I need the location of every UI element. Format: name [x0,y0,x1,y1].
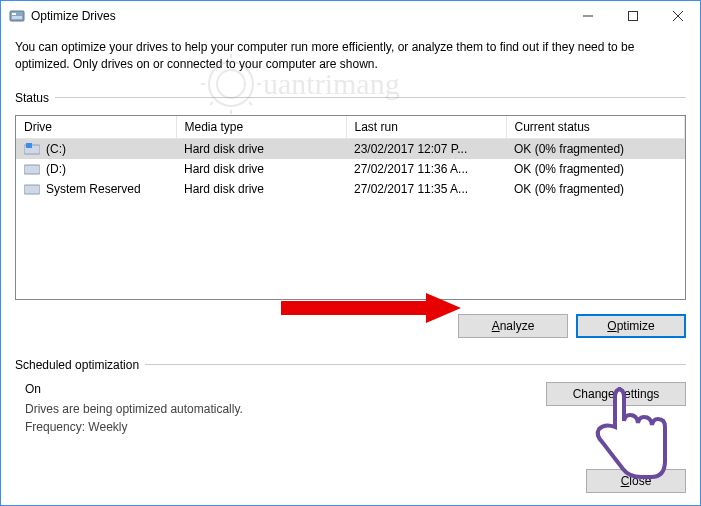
drive-icon [24,183,40,195]
table-row[interactable]: (D:)Hard disk drive27/02/2017 11:36 A...… [16,159,685,179]
drive-media: Hard disk drive [176,138,346,159]
drive-status: OK (0% fragmented) [506,179,685,199]
svg-rect-1 [12,13,16,15]
maximize-button[interactable] [610,1,655,31]
drive-lastrun: 27/02/2017 11:36 A... [346,159,506,179]
app-icon [9,8,25,24]
col-media[interactable]: Media type [176,116,346,139]
svg-rect-10 [24,185,40,194]
drive-lastrun: 27/02/2017 11:35 A... [346,179,506,199]
close-button[interactable] [655,1,700,31]
drive-name: System Reserved [46,182,141,196]
analyze-button[interactable]: Analyze [458,314,568,338]
change-settings-button[interactable]: Change settings [546,382,686,406]
scheduled-section-label: Scheduled optimization [15,358,686,372]
drive-lastrun: 23/02/2017 12:07 P... [346,138,506,159]
table-row[interactable]: (C:)Hard disk drive23/02/2017 12:07 P...… [16,138,685,159]
close-dialog-button[interactable]: Close [586,469,686,493]
drive-status: OK (0% fragmented) [506,138,685,159]
titlebar: Optimize Drives [1,1,700,31]
drive-name: (C:) [46,142,66,156]
drive-table[interactable]: Drive Media type Last run Current status… [15,115,686,300]
svg-rect-4 [628,12,637,21]
col-status[interactable]: Current status [506,116,685,139]
drive-status: OK (0% fragmented) [506,159,685,179]
minimize-button[interactable] [565,1,610,31]
scheduled-state: On [25,382,546,396]
svg-rect-2 [12,16,22,19]
window-controls [565,1,700,31]
action-button-row: Analyze Optimize [15,314,686,338]
col-drive[interactable]: Drive [16,116,176,139]
scheduled-line1: Drives are being optimized automatically… [25,402,546,416]
drive-icon [24,143,40,155]
svg-rect-9 [24,165,40,174]
status-section-label: Status [15,91,686,105]
drive-icon [24,163,40,175]
table-header-row: Drive Media type Last run Current status [16,116,685,139]
optimize-button[interactable]: Optimize [576,314,686,338]
table-row[interactable]: System ReservedHard disk drive27/02/2017… [16,179,685,199]
window-title: Optimize Drives [31,9,565,23]
footer-buttons: Close [586,469,686,493]
svg-rect-8 [26,143,32,148]
description-text: You can optimize your drives to help you… [15,39,686,73]
drive-media: Hard disk drive [176,179,346,199]
scheduled-line2: Frequency: Weekly [25,420,546,434]
scheduled-info: On Drives are being optimized automatica… [15,382,546,438]
drive-name: (D:) [46,162,66,176]
col-lastrun[interactable]: Last run [346,116,506,139]
drive-media: Hard disk drive [176,159,346,179]
